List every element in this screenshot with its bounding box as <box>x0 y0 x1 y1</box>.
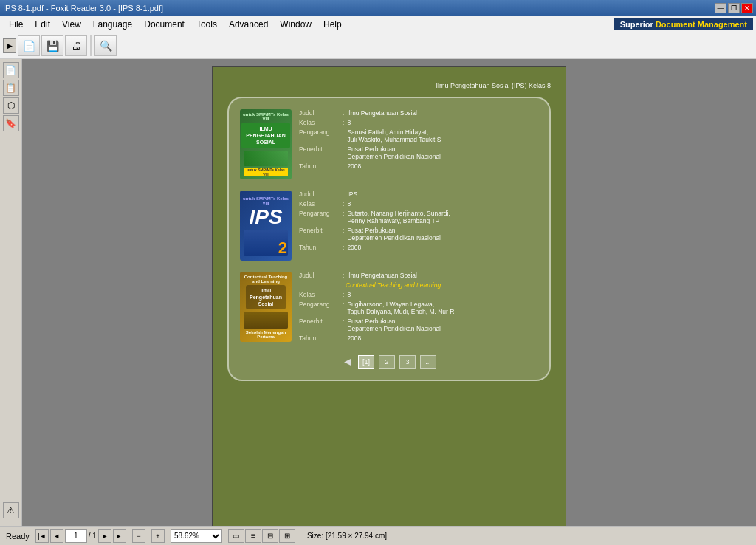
save-button[interactable]: 💾 <box>41 35 63 56</box>
main-area: 📄 📋 ⬡ 🔖 ⚠ Ilmu Pengetahuan Sosial (IPS) … <box>0 59 756 526</box>
sidebar-icon-annotations[interactable]: 🔖 <box>3 115 19 131</box>
toolbar-separator <box>90 35 92 56</box>
page-total: / 1 <box>89 532 97 540</box>
menu-document[interactable]: Document <box>138 18 190 31</box>
sidebar-icon-page[interactable]: 📄 <box>3 62 19 78</box>
book-info-row-ctl: Contextual Teaching and Learning <box>299 281 538 289</box>
menu-view[interactable]: View <box>56 18 87 31</box>
print-button[interactable]: 🖨 <box>65 35 87 56</box>
next-page-nav-button[interactable]: ► <box>98 529 111 543</box>
book-info-row: Tahun : 2008 <box>299 244 538 251</box>
pagination: ◄ [1] 2 3 ... <box>240 355 538 369</box>
book-cover-2: untuk SMP/MTs Kelas VIII IPS 2 <box>240 191 292 261</box>
page-input[interactable] <box>65 529 87 543</box>
book-cover-inner-2: untuk SMP/MTs Kelas VIII IPS 2 <box>240 191 292 261</box>
book-cover-1: untuk SMP/MTs Kelas VIII ILMUPENGETAHUAN… <box>240 109 292 179</box>
book-info-row: Pengarang : Sutarto, Nanang Herjinanto, … <box>299 210 538 224</box>
restore-button[interactable]: ❐ <box>728 3 740 13</box>
menu-language[interactable]: Language <box>87 18 138 31</box>
status-bar: Ready |◄ ◄ / 1 ► ►| − + 58.62% 50% 75% 1… <box>0 526 756 545</box>
book-entry-3: Contextual Teaching and Learning IlmuPen… <box>240 272 538 344</box>
book-info-row: Judul : IPS <box>299 191 538 198</box>
page-more-button[interactable]: ... <box>420 355 436 369</box>
menu-file[interactable]: File <box>3 18 29 31</box>
page-3-button[interactable]: 3 <box>399 355 416 369</box>
book-info-row: Tahun : 2008 <box>299 162 538 170</box>
book-info-row: Kelas : 8 <box>299 119 538 126</box>
book-info-3: Judul : Ilmu Pengetahuan Sosial Contextu… <box>299 272 538 344</box>
book-info-row: Judul : Ilmu Pengetahuan Sosial <box>299 109 538 117</box>
close-button[interactable]: ✕ <box>741 3 753 13</box>
book-info-row: Penerbit : Pusat PerbukuanDepartemen Pen… <box>299 227 538 241</box>
book-info-row: Kelas : 8 <box>299 200 538 208</box>
prev-page-button[interactable]: ◄ <box>342 355 354 369</box>
nav-controls: |◄ ◄ / 1 ► ►| <box>35 529 126 543</box>
menu-window[interactable]: Window <box>274 18 317 31</box>
left-sidebar: 📄 📋 ⬡ 🔖 ⚠ <box>0 59 22 526</box>
book-info-row: Tahun : 2008 <box>299 335 538 342</box>
page-header: Ilmu Pengetahuan Sosial (IPS) Kelas 8 <box>227 82 551 89</box>
book-info-row: Pengarang : Sanusi Fattah, Amin Hidayat,… <box>299 128 538 143</box>
single-page-view-button[interactable]: ▭ <box>228 529 244 543</box>
minimize-button[interactable]: — <box>715 3 726 13</box>
book-info-row: Penerbit : Pusat PerbukuanDepartemen Pen… <box>299 145 538 160</box>
content-area: Ilmu Pengetahuan Sosial (IPS) Kelas 8 un… <box>22 59 756 526</box>
book-cover-inner-1: untuk SMP/MTs Kelas VIII ILMUPENGETAHUAN… <box>240 109 292 179</box>
zoom-select[interactable]: 58.62% 50% 75% 100% <box>171 529 222 543</box>
page-2-button[interactable]: 2 <box>379 355 395 369</box>
zoom-button[interactable]: 🔍 <box>94 35 117 56</box>
book-info-row: Pengarang : Sugiharsono, I Wayan Legawa,… <box>299 301 538 315</box>
view-buttons: ▭ ≡ ⊟ ⊞ <box>228 529 295 543</box>
new-button[interactable]: 📄 <box>18 35 40 56</box>
book-cover-3: Contextual Teaching and Learning IlmuPen… <box>240 272 292 342</box>
sidebar-icon-layers[interactable]: ⬡ <box>3 97 19 114</box>
menu-help[interactable]: Help <box>317 18 348 31</box>
menu-advanced[interactable]: Advanced <box>223 18 274 31</box>
menu-edit[interactable]: Edit <box>29 18 56 31</box>
two-page-view-button[interactable]: ⊟ <box>262 529 278 543</box>
menu-bar: File Edit View Language Document Tools A… <box>0 16 756 32</box>
status-text: Ready <box>6 532 30 541</box>
zoom-out-button[interactable]: − <box>132 529 145 543</box>
book-info-2: Judul : IPS Kelas : 8 Pengarang : Su <box>299 191 538 261</box>
page-1-button[interactable]: [1] <box>358 355 374 369</box>
toolbar-expand[interactable]: ▶ <box>3 38 16 53</box>
menu-tools[interactable]: Tools <box>190 18 223 31</box>
book-cover-inner-3: Contextual Teaching and Learning IlmuPen… <box>240 272 292 342</box>
book-entry-2: untuk SMP/MTs Kelas VIII IPS 2 Judul : <box>240 191 538 261</box>
title-bar: IPS 8-1.pdf - Foxit Reader 3.0 - [IPS 8-… <box>0 0 756 16</box>
pdf-page: Ilmu Pengetahuan Sosial (IPS) Kelas 8 un… <box>212 66 566 526</box>
superior-logo: Superior Document Management <box>614 18 753 30</box>
toolbar: ▶ 📄 💾 🖨 🔍 <box>0 32 756 59</box>
continuous-view-button[interactable]: ≡ <box>245 529 261 543</box>
size-text: Size: [21.59 × 27.94 cm] <box>307 532 387 540</box>
title-bar-text: IPS 8-1.pdf - Foxit Reader 3.0 - [IPS 8-… <box>3 4 163 13</box>
book-info-1: Judul : Ilmu Pengetahuan Sosial Kelas : … <box>299 109 538 179</box>
first-page-button[interactable]: |◄ <box>35 529 49 543</box>
book-list: untuk SMP/MTs Kelas VIII ILMUPENGETAHUAN… <box>227 97 551 381</box>
last-page-button[interactable]: ►| <box>113 529 126 543</box>
book-info-row: Kelas : 8 <box>299 291 538 298</box>
book-entry-1: untuk SMP/MTs Kelas VIII ILMUPENGETAHUAN… <box>240 109 538 179</box>
book-info-row: Penerbit : Pusat PerbukuanDepartemen Pen… <box>299 318 538 332</box>
sidebar-icon-bookmarks[interactable]: 📋 <box>3 80 19 96</box>
spread-view-button[interactable]: ⊞ <box>279 529 295 543</box>
book-info-row: Judul : Ilmu Pengetahuan Sosial <box>299 272 538 279</box>
prev-page-nav-button[interactable]: ◄ <box>50 529 63 543</box>
zoom-in-button[interactable]: + <box>151 529 165 543</box>
title-bar-buttons: — ❐ ✕ <box>715 3 753 13</box>
sidebar-icon-warning[interactable]: ⚠ <box>3 502 19 518</box>
